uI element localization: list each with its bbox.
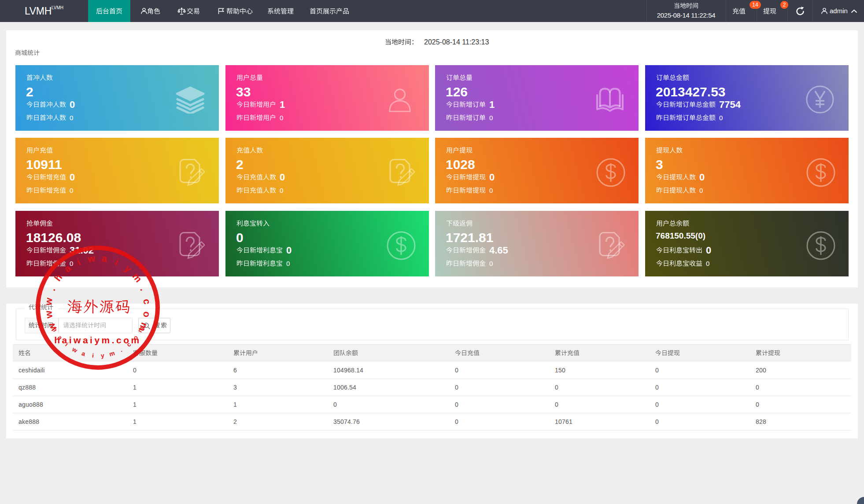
svg-text:m: m: [108, 349, 116, 358]
svg-text:.: .: [46, 286, 57, 292]
svg-text:i: i: [114, 256, 120, 267]
svg-text:a: a: [81, 349, 86, 357]
svg-text:o: o: [141, 311, 153, 318]
svg-text:y: y: [122, 262, 134, 275]
svg-text:w: w: [86, 253, 96, 265]
svg-text:i: i: [75, 256, 82, 267]
svg-text:h: h: [52, 272, 64, 283]
svg-text:c: c: [141, 298, 152, 305]
svg-text:a: a: [62, 262, 74, 275]
svg-text:y: y: [100, 352, 105, 359]
svg-text:w: w: [43, 309, 55, 319]
svg-text:a: a: [101, 253, 108, 264]
svg-text:w: w: [70, 346, 78, 354]
svg-text:.: .: [118, 346, 123, 353]
svg-text:i: i: [92, 352, 94, 359]
svg-text:.: .: [138, 286, 149, 292]
svg-text:m: m: [130, 271, 144, 284]
svg-text:w: w: [43, 297, 55, 306]
